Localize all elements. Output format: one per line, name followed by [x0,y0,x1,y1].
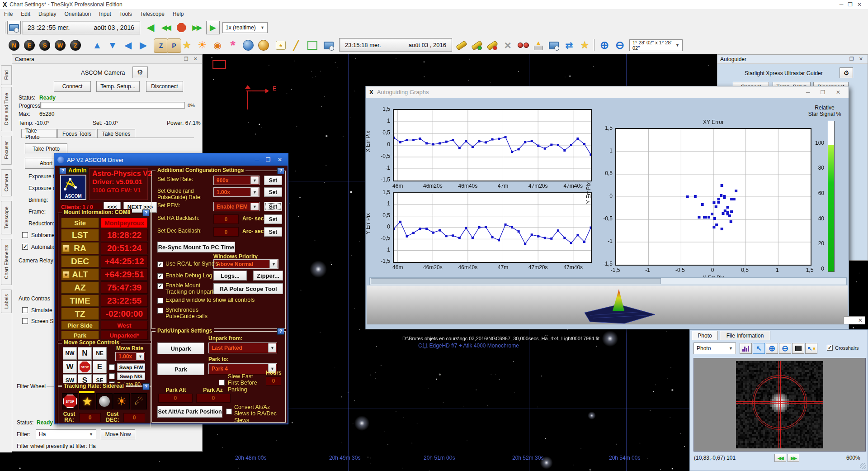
comet-rate-icon[interactable]: ☄ [131,393,147,409]
horizon-figure-icon[interactable]: Z [154,38,168,53]
help-icon[interactable]: ? [142,209,150,216]
config-checkbox[interactable]: ✓ [157,262,163,267]
config-checkbox[interactable]: ✓ [157,283,163,289]
scope-track-off-icon[interactable] [486,38,499,52]
move-e-button[interactable]: E [93,361,107,373]
sidebar-tab-chart-elements[interactable]: Chart Elements [1,239,12,285]
connect-button[interactable]: Connect [54,81,91,92]
window-fragment-close[interactable]: ✕ [844,316,865,324]
simulate-checkbox[interactable] [22,307,28,313]
menu-input[interactable]: Input [95,11,115,17]
zoom-out-icon[interactable]: ⊖ [779,343,791,354]
move-ne-button[interactable]: NE [93,347,107,360]
view-zenith-icon[interactable]: Z [69,38,82,52]
resync-button[interactable]: Re-Sync Mount To PC Time [157,242,235,252]
photo-view-select[interactable]: Photo ▼ [693,343,736,354]
guider-settings-gear-icon[interactable]: ⚙ [840,67,853,78]
slew-east-checkbox[interactable] [219,380,225,385]
config-checkbox[interactable] [157,298,163,304]
park-az-input[interactable]: 0 [196,394,231,403]
chevron-down-icon[interactable]: ▼ [268,343,276,352]
zoom-in-icon[interactable]: ⊕ [766,343,778,354]
pixel-info-icon[interactable]: ↖ [805,343,817,354]
swap-ew-checkbox[interactable] [109,364,115,370]
config-checkbox[interactable] [157,308,163,314]
menu-edit[interactable]: Edit [17,11,34,17]
zoom-in-icon[interactable]: ⊕ [598,38,611,52]
nebula-icon[interactable]: * [226,38,240,52]
unpark-from-select[interactable]: Last Parked▼ [208,343,277,353]
chart-time-display[interactable]: 23 :22 :55 mer. août 03 , 2016 [22,21,140,34]
tab-take-photo[interactable]: Take Photo [21,129,57,138]
menu-orientation[interactable]: Orientation [60,11,95,17]
sidebar-tab-date-and-time[interactable]: Date and Time [1,87,12,131]
swap-ns-checkbox[interactable] [109,373,115,379]
chevron-down-icon[interactable]: ▼ [269,260,278,268]
tab-focus-tools[interactable]: Focus Tools [57,129,96,138]
sky-time-display[interactable]: 23:15:18 mer.août 03 , 2016 [339,38,452,52]
help-icon[interactable]: ? [277,328,284,335]
subframe-checkbox[interactable] [22,232,28,238]
set-button[interactable]: Set [264,227,282,237]
measure-tool-icon[interactable]: ╱ [289,38,303,52]
autoguider-panel-header[interactable]: Autoguider ❐ ✕ [717,55,868,64]
chevron-down-icon[interactable]: ▼ [250,176,259,184]
sidebar-tab-telescope[interactable]: Telescope [1,201,12,234]
play-realtime-button[interactable]: ▶ [206,21,220,34]
set-park-position-button[interactable]: Set Alt/Az Park Position [157,406,222,418]
solar-sun-icon[interactable]: ☀ [113,393,130,409]
view-east-icon[interactable]: E [23,38,36,52]
menu-telescope[interactable]: Telescope [136,11,169,17]
graphs-window-titlebar[interactable]: X Autoguiding Graphs ─ ❒ ✕ [366,86,849,98]
move-w-button[interactable]: W [63,361,77,373]
park-button[interactable]: Park [157,363,204,375]
help-icon[interactable]: ? [59,167,66,174]
graphs-scrollbar[interactable] [369,277,847,285]
run-forward-button[interactable]: ▶▶ [190,21,203,34]
move-rate-select[interactable]: 1.00x▼ [115,352,145,361]
zoom-out-icon[interactable]: ⊖ [613,38,627,52]
crosshairs-toggle[interactable]: ✓ Crosshairs [827,345,859,351]
motion-arrows-icon[interactable]: ⇄ [562,38,576,52]
menu-file[interactable]: File [0,11,17,17]
stop-button[interactable]: STOP [78,361,92,373]
run-backward-button[interactable]: ◀◀ [159,21,173,34]
pan-right-icon[interactable]: ▶ [137,38,150,52]
tab-take-series[interactable]: Take Series [97,129,135,138]
screen-settings-icon[interactable] [547,38,561,52]
photo-document-icon[interactable]: ★ [274,38,288,52]
ap-window-titlebar[interactable]: AP V2 ASCOM Driver ─ ❒ ✕ [55,154,288,166]
time-monitor-icon[interactable] [322,38,335,52]
cust-ra-input[interactable]: 0 [79,413,101,422]
panel-dock-icons[interactable]: ❐ ✕ [849,56,865,62]
unpark-button[interactable]: Unpark [157,343,204,354]
time-rate-select[interactable]: 1x (realtime) ▼ [222,22,268,33]
camera-panel-header[interactable]: Camera ❐ ✕ [12,55,202,64]
tab-file-information[interactable]: File Information [720,331,770,340]
panel-dock-icons[interactable]: ❐ ✕ [184,56,199,62]
sidebar-tab-camera[interactable]: Camera [1,169,12,196]
stop-clock-button[interactable] [175,21,188,34]
abort-slew-icon[interactable]: × [501,38,514,52]
fov-select[interactable]: 1° 28' 02" x 1° 28' 02"▼ [629,39,683,51]
sun-icon[interactable]: ☀ [195,38,209,52]
help-icon[interactable]: ? [277,167,284,174]
fov-frame-icon[interactable] [306,38,319,52]
disconnect-button[interactable]: Disconnect [146,81,183,92]
park-alt-input[interactable]: 0 [158,394,193,403]
menu-display[interactable]: Display [34,11,60,17]
crosshairs-checkbox[interactable]: ✓ [827,345,833,351]
time-skip-icon[interactable] [7,21,21,34]
slew-telescope-icon[interactable] [455,38,468,52]
config-input[interactable]: 0 [213,214,239,224]
earth-globe-icon[interactable] [241,38,255,52]
set-button[interactable]: Set [264,176,282,185]
camera-settings-gear-icon[interactable]: ⚙ [132,67,148,78]
sidebar-tab-focuser[interactable]: Focuser [1,136,12,165]
step-back-button[interactable]: ◀ [144,21,157,34]
tab-photo[interactable]: Photo [692,331,718,340]
move-n-button[interactable]: N [78,347,92,360]
menu-help[interactable]: Help [169,11,188,17]
config-select[interactable]: 1.00x▼ [213,187,259,197]
set-button[interactable]: Set [264,202,282,211]
